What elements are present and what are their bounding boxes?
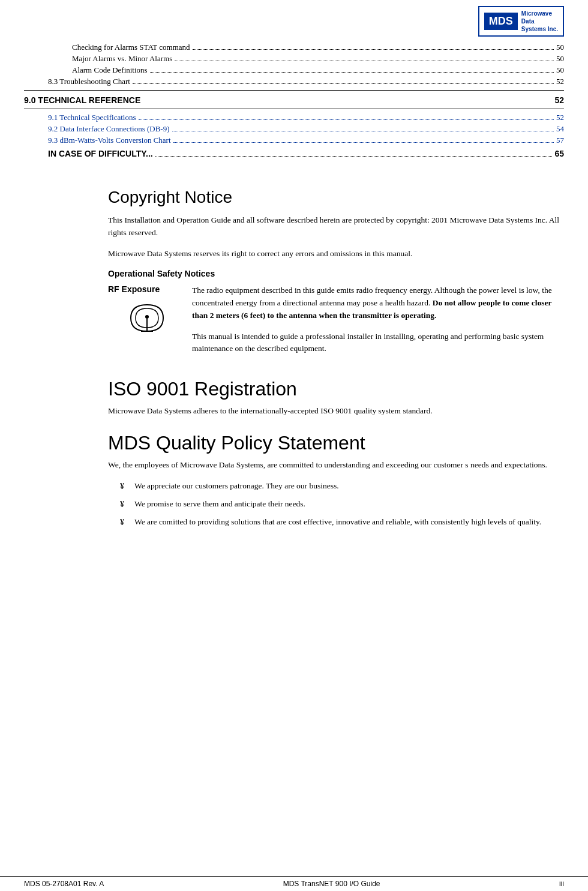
- list-item: ¥ We are comitted to providing solutions…: [120, 516, 564, 529]
- toc-divider-bottom: [24, 109, 564, 109]
- toc-dots: [150, 72, 554, 73]
- toc-row-83: 8.3 Troubleshooting Chart 52: [48, 77, 564, 86]
- rf-icon: [126, 300, 168, 340]
- toc-indent1-83: 8.3 Troubleshooting Chart 52: [24, 77, 564, 86]
- list-item: ¥ We appreciate our customers patronage.…: [120, 480, 564, 493]
- bullet-icon: ¥: [120, 516, 131, 529]
- toc-row-91: 9.1 Technical Specifications 52: [48, 113, 564, 122]
- footer-center: MDS TransNET 900 I/O Guide: [283, 880, 380, 888]
- logo-company-text: Microwave Data Systems Inc.: [521, 10, 558, 33]
- toc-incase-dots: [155, 156, 553, 157]
- toc-page: 50: [556, 65, 564, 75]
- toc-row: Alarm Code Definitions 50: [72, 65, 564, 75]
- toc-incase: IN CASE OF DIFFICULTY... 65: [48, 149, 564, 158]
- rf-para2: This manual is intended to guide a profe…: [192, 331, 564, 356]
- mds-quality-title: MDS Quality Policy Statement: [108, 432, 564, 454]
- toc-label-93: 9.3 dBm-Watts-Volts Conversion Chart: [48, 136, 171, 145]
- toc-label-83: 8.3 Troubleshooting Chart: [48, 77, 130, 86]
- rf-para1: The radio equipment described in this gu…: [192, 284, 564, 322]
- toc-indent2-group: Checking for Alarms STAT command 50 Majo…: [24, 43, 564, 75]
- safety-title: Operational Safety Notices: [108, 269, 564, 278]
- copyright-para2: Microwave Data Systems reserves its righ…: [108, 248, 564, 260]
- rf-right: The radio equipment described in this gu…: [192, 284, 564, 364]
- toc-section-90: 9.0 TECHNICAL REFERENCE 52: [24, 95, 564, 105]
- toc-page-91: 52: [556, 113, 564, 122]
- toc-page-93: 57: [556, 136, 564, 145]
- toc-section: Checking for Alarms STAT command 50 Majo…: [0, 40, 588, 164]
- toc-row-92: 9.2 Data Interface Connections (DB-9) 54: [48, 124, 564, 134]
- mds-quality-intro: We, the employees of Microwave Data Syst…: [108, 459, 564, 472]
- iso-title: ISO 9001 Registration: [108, 378, 564, 400]
- footer-left: MDS 05-2708A01 Rev. A: [24, 880, 104, 888]
- copyright-title: Copyright Notice: [108, 188, 564, 207]
- toc-dots: [139, 119, 554, 120]
- toc-incase-page: 65: [554, 149, 564, 158]
- header: MDS Microwave Data Systems Inc.: [0, 0, 588, 40]
- toc-indent1-9x: 9.1 Technical Specifications 52 9.2 Data…: [24, 113, 564, 145]
- bullet-text: We are comitted to providing solutions t…: [134, 516, 564, 529]
- bullet-icon: ¥: [120, 498, 131, 511]
- toc-section-90-label: 9.0 TECHNICAL REFERENCE: [24, 95, 140, 105]
- bullet-text: We promise to serve them and anticipate …: [134, 498, 564, 511]
- toc-page: 50: [556, 43, 564, 52]
- toc-incase-label: IN CASE OF DIFFICULTY...: [48, 149, 153, 158]
- logo-box: MDS Microwave Data Systems Inc.: [478, 6, 564, 37]
- toc-dots: [173, 142, 554, 143]
- bullet-icon: ¥: [120, 480, 131, 493]
- footer: MDS 05-2708A01 Rev. A MDS TransNET 900 I…: [0, 876, 588, 891]
- rf-left: RF Exposure: [108, 284, 192, 340]
- toc-row: Checking for Alarms STAT command 50: [72, 43, 564, 52]
- toc-dots: [193, 49, 554, 50]
- toc-label: Major Alarms vs. Minor Alarms: [72, 54, 172, 64]
- rf-label: RF Exposure: [108, 284, 186, 294]
- toc-dots: [175, 61, 554, 61]
- rf-section: RF Exposure: [108, 284, 564, 364]
- toc-divider-top: [24, 90, 564, 91]
- iso-para: Microwave Data Systems adheres to the in…: [108, 405, 564, 418]
- toc-dots: [172, 131, 554, 131]
- toc-page: 50: [556, 54, 564, 64]
- toc-label-alarm-code: Alarm Code Definitions: [72, 65, 148, 75]
- svg-point-0: [145, 315, 149, 319]
- toc-row-93: 9.3 dBm-Watts-Volts Conversion Chart 57: [48, 136, 564, 145]
- mds-quality-bullets: ¥ We appreciate our customers patronage.…: [108, 480, 564, 529]
- toc-label-92: 9.2 Data Interface Connections (DB-9): [48, 124, 170, 134]
- logo-mds-text: MDS: [484, 13, 518, 30]
- toc-section-90-page: 52: [554, 95, 564, 105]
- toc-label: Checking for Alarms STAT command: [72, 43, 190, 52]
- toc-dots: [133, 83, 554, 84]
- toc-row: Major Alarms vs. Minor Alarms 50: [72, 54, 564, 64]
- toc-page-83: 52: [556, 77, 564, 86]
- copyright-para1: This Installation and Operation Guide an…: [108, 214, 564, 239]
- bullet-text: We appreciate our customers patronage. T…: [134, 480, 564, 493]
- page-container: MDS Microwave Data Systems Inc. Checking…: [0, 0, 588, 891]
- toc-page-92: 54: [556, 124, 564, 134]
- main-content: Copyright Notice This Installation and O…: [0, 164, 588, 547]
- footer-right: iii: [559, 880, 564, 888]
- toc-label-91: 9.1 Technical Specifications: [48, 113, 136, 122]
- list-item: ¥ We promise to serve them and anticipat…: [120, 498, 564, 511]
